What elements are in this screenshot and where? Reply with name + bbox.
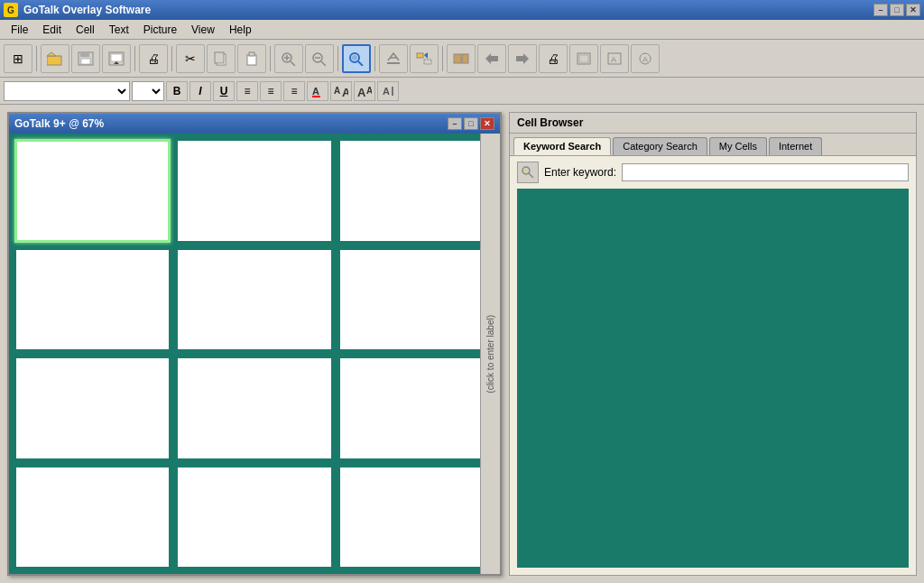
keyword-search-input[interactable] <box>622 163 909 181</box>
gotalk-close[interactable]: ✕ <box>480 117 494 130</box>
window-controls: – □ ✕ <box>873 4 920 16</box>
font-color-button[interactable]: A <box>307 81 328 101</box>
menu-edit[interactable]: Edit <box>35 22 69 38</box>
align-center-button[interactable]: ≡ <box>260 81 282 101</box>
export-button[interactable] <box>102 44 131 73</box>
cell-browser-title: Cell Browser <box>510 113 916 134</box>
print-button[interactable]: 🖨 <box>139 44 168 73</box>
gotalk-titlebar: GoTalk 9+ @ 67% – □ ✕ <box>9 114 500 134</box>
menu-picture[interactable]: Picture <box>136 22 184 38</box>
toolbar-separator-6 <box>374 46 375 71</box>
text-align-vertical-button[interactable]: A <box>377 81 399 101</box>
tab-my-cells[interactable]: My Cells <box>709 137 767 155</box>
copy-button[interactable] <box>207 44 236 73</box>
paste-button[interactable] <box>237 44 266 73</box>
grid-cell-0-2[interactable] <box>338 139 494 243</box>
svg-rect-28 <box>462 54 468 63</box>
tb-extra-3[interactable] <box>508 44 537 73</box>
svg-text:A: A <box>611 55 616 64</box>
svg-rect-11 <box>249 52 254 56</box>
svg-marker-29 <box>485 53 498 64</box>
cut-button[interactable]: ✂ <box>176 44 205 73</box>
grid-cell-1-0[interactable] <box>14 248 171 352</box>
search-icon <box>517 162 539 183</box>
svg-rect-32 <box>579 55 588 62</box>
move-cell-button[interactable] <box>410 44 439 73</box>
toolbar-separator-7 <box>442 46 443 71</box>
zoom-out-button[interactable] <box>305 44 334 73</box>
svg-line-17 <box>321 61 326 66</box>
tab-internet[interactable]: Internet <box>769 137 822 155</box>
svg-text:A: A <box>342 86 348 97</box>
grid-cell-1-1[interactable] <box>176 248 332 352</box>
tab-keyword-search[interactable]: Keyword Search <box>513 137 611 155</box>
svg-line-46 <box>529 173 533 178</box>
main-content: GoTalk 9+ @ 67% – □ ✕ <box>0 105 924 583</box>
text-size-decrease-button[interactable]: AA <box>354 81 375 101</box>
svg-point-47 <box>524 169 528 172</box>
svg-text:A: A <box>334 86 340 96</box>
svg-rect-24 <box>417 53 423 58</box>
menu-help[interactable]: Help <box>222 22 259 38</box>
svg-rect-4 <box>81 59 90 64</box>
italic-button[interactable]: I <box>189 81 211 101</box>
grid-cell-1-2[interactable] <box>338 248 494 352</box>
zoom-in-button[interactable] <box>274 44 303 73</box>
grid-cell-0-1[interactable] <box>176 139 332 243</box>
gotalk-title: GoTalk 9+ @ 67% <box>14 117 104 130</box>
align-right-button[interactable]: ≡ <box>283 81 305 101</box>
svg-marker-25 <box>424 52 428 59</box>
tb-extra-7[interactable]: A <box>631 44 660 73</box>
search-results <box>517 189 909 568</box>
font-size-select[interactable] <box>132 81 164 101</box>
svg-text:A: A <box>366 86 372 96</box>
tb-extra-2[interactable] <box>477 44 506 73</box>
cell-browser-tabs: Keyword Search Category Search My Cells … <box>510 134 916 156</box>
grid-cell-3-0[interactable] <box>14 466 171 569</box>
tb-extra-5[interactable] <box>569 44 598 73</box>
edit-text-button[interactable] <box>379 44 408 73</box>
gotalk-restore[interactable]: □ <box>464 117 478 130</box>
menu-view[interactable]: View <box>184 22 222 38</box>
menu-file[interactable]: File <box>4 22 35 38</box>
grid-cell-0-0[interactable] <box>14 139 171 243</box>
formatting-toolbar: B I U ≡ ≡ ≡ A AA AA A <box>0 78 924 105</box>
gotalk-controls: – □ ✕ <box>448 117 494 130</box>
svg-text:A: A <box>383 86 390 97</box>
grid-cell-3-2[interactable] <box>338 466 494 569</box>
menu-text[interactable]: Text <box>102 22 136 38</box>
save-as-button[interactable] <box>71 44 100 73</box>
svg-point-21 <box>352 55 357 60</box>
bold-button[interactable]: B <box>166 81 188 101</box>
grid-cell-2-1[interactable] <box>176 356 332 460</box>
tb-extra-1[interactable] <box>447 44 476 73</box>
grid-cell-2-0[interactable] <box>14 356 171 460</box>
tab-category-search[interactable]: Category Search <box>613 137 707 155</box>
svg-rect-22 <box>387 62 400 64</box>
tb-extra-6[interactable]: A <box>600 44 629 73</box>
open-button[interactable] <box>41 44 69 73</box>
grid-button[interactable]: ⊞ <box>4 44 32 73</box>
menu-cell[interactable]: Cell <box>69 22 102 38</box>
align-left-button[interactable]: ≡ <box>236 81 258 101</box>
grid-cell-3-1[interactable] <box>176 466 332 569</box>
tb-extra-4[interactable]: 🖨 <box>539 44 568 73</box>
svg-text:A: A <box>312 86 319 97</box>
side-label-strip: (click to enter label) <box>480 134 500 574</box>
svg-rect-26 <box>424 60 431 64</box>
grid-cell-2-2[interactable] <box>338 356 494 460</box>
font-family-select[interactable] <box>4 81 130 101</box>
main-toolbar: ⊞ 🖨 ✂ 🖨 <box>0 40 924 78</box>
underline-button[interactable]: U <box>213 81 235 101</box>
svg-text:A: A <box>357 86 366 97</box>
search-button[interactable] <box>342 44 371 73</box>
svg-line-20 <box>358 61 363 66</box>
restore-button[interactable]: □ <box>890 4 904 16</box>
gotalk-minimize[interactable]: – <box>448 117 462 130</box>
toolbar-separator-2 <box>134 46 135 71</box>
svg-marker-1 <box>47 52 56 56</box>
minimize-button[interactable]: – <box>873 4 888 16</box>
close-button[interactable]: ✕ <box>906 4 920 16</box>
gotalk-grid: (click to enter label) <box>9 134 500 574</box>
text-size-increase-button[interactable]: AA <box>330 81 352 101</box>
